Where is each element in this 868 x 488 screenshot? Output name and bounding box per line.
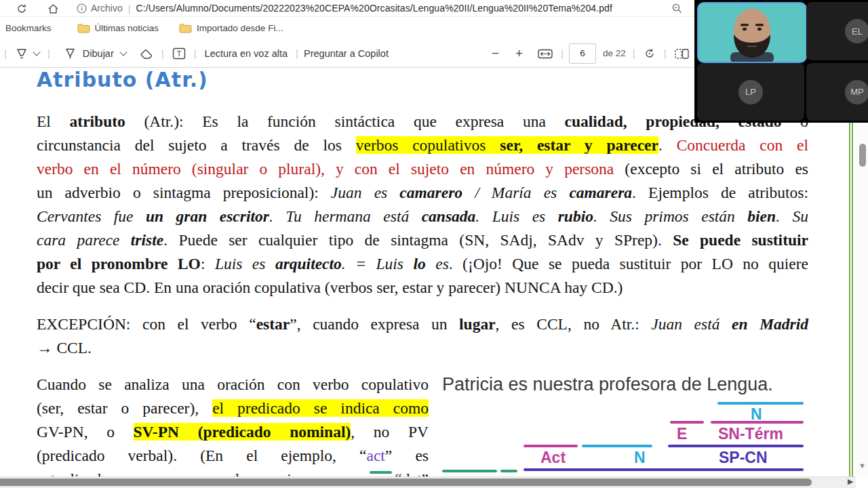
zoom-in-button[interactable]: + <box>513 45 526 61</box>
reload-icon <box>16 3 27 14</box>
svg-text:T: T <box>176 49 181 58</box>
rotate-icon <box>644 47 656 60</box>
page-title: Atributo (Atr.) <box>37 68 208 92</box>
diagram-sentence: Patricia es nuestra profesora de Lengua. <box>442 374 773 395</box>
chevron-down-icon[interactable] <box>33 48 40 56</box>
file-scheme-chip[interactable]: Archivo <box>77 3 123 14</box>
text-box-icon: T <box>172 47 186 60</box>
underline-es <box>500 470 517 472</box>
scroll-down-arrow-icon[interactable]: ▼ <box>859 462 866 470</box>
toolbar-separator: | <box>4 47 7 59</box>
video-call-overlay: EL LP MP <box>694 0 868 123</box>
text-line: EXCEPCIÓN: con el verbo “estar”, cuando … <box>37 312 808 336</box>
toolbar-separator: | <box>664 47 667 59</box>
underline-sv <box>524 468 804 471</box>
label-n-profesora: N <box>634 449 646 467</box>
magnifier-icon <box>671 3 683 14</box>
vertical-scrollbar-track[interactable] <box>856 67 868 479</box>
scroll-right-arrow-icon[interactable]: ▶ <box>848 477 853 486</box>
underline-patricia <box>442 470 497 472</box>
toolbar-separator: | <box>161 47 164 59</box>
reload-button[interactable] <box>14 1 30 16</box>
bookmark-folder-ultimas[interactable]: Últimas noticias <box>77 23 159 33</box>
underline-sp <box>668 445 804 447</box>
page-number-input[interactable] <box>569 43 596 64</box>
participant-avatar: LP <box>738 80 763 104</box>
home-button[interactable] <box>45 1 62 16</box>
draw-button[interactable] <box>61 45 79 61</box>
text-line: Cervantes fue un gran escritor. Tu herma… <box>37 205 808 228</box>
toolbar-separator: | <box>296 47 298 59</box>
draw-label[interactable]: Dibujar <box>83 48 114 59</box>
video-tile-participant[interactable]: EL <box>806 2 868 60</box>
folder-icon <box>77 23 90 33</box>
file-scheme-label: Archivo <box>91 3 123 14</box>
underline-lengua <box>717 402 804 405</box>
bookmark-label: Importado desde Fi... <box>197 23 283 33</box>
underline-nuestra <box>524 445 578 447</box>
highlighter-button[interactable] <box>12 45 31 61</box>
chevron-down-icon[interactable] <box>119 48 127 56</box>
text-line: por el pronombre LO: Luis es arquitecto.… <box>37 252 808 276</box>
page-view-button[interactable] <box>672 45 692 60</box>
underline-de <box>670 421 704 424</box>
toolbar-separator: | <box>633 47 635 59</box>
toolbar-separator: | <box>561 47 564 59</box>
label-e: E <box>677 425 687 443</box>
paragraph-excepcion: EXCEPCIÓN: con el verbo “estar”, cuando … <box>37 312 808 360</box>
underline-profesora <box>582 445 652 447</box>
label-sn-term: SN-Térm <box>718 425 783 443</box>
video-tile-participant[interactable]: LP <box>697 63 804 121</box>
label-act: Act <box>540 449 566 467</box>
page-border-line <box>849 67 850 479</box>
ask-copilot-button[interactable]: Preguntar a Copilot <box>304 48 389 59</box>
pen-icon <box>64 47 77 60</box>
text-line: (predicado verbal). (En el ejemplo, “act… <box>37 444 429 468</box>
text-line: verbo en el número (singular o plural), … <box>37 157 808 181</box>
text-line: El atributo (Atr.): Es la función sintác… <box>37 110 808 134</box>
highlighter-icon <box>15 47 28 60</box>
vertical-scrollbar-thumb[interactable] <box>859 144 866 167</box>
eraser-icon <box>140 48 153 60</box>
toolbar-separator: | <box>47 47 50 59</box>
toolbar-separator: | <box>194 47 197 59</box>
page-total-label: de 22 <box>603 48 626 58</box>
participant-avatar: EL <box>845 19 868 43</box>
page-border-line <box>852 67 853 479</box>
video-tile-active-speaker[interactable] <box>697 2 807 63</box>
eraser-button[interactable] <box>137 45 156 60</box>
text-line: circunstancia del sujeto a través de los… <box>37 134 808 157</box>
label-sp-cn: SP-CN <box>719 449 768 467</box>
participant-avatar: MP <box>845 80 868 104</box>
text-line: un adverbio o sintagma preposicional): J… <box>37 181 808 205</box>
text-line: decir que sea CD. En una oración copulat… <box>37 276 808 300</box>
horizontal-scrollbar-thumb[interactable] <box>0 479 812 486</box>
fit-width-icon <box>538 49 553 59</box>
bookmark-folder-importado[interactable]: Importado desde Fi... <box>179 23 283 33</box>
bookmark-label: Últimas noticias <box>95 23 159 33</box>
page-layout-icon <box>675 48 689 60</box>
text-line: Cuando se analiza una oración con verbo … <box>37 373 429 396</box>
fit-width-button[interactable] <box>535 46 555 60</box>
paragraph-atributo: El atributo (Atr.): Es la función sintác… <box>37 110 808 300</box>
diagram-underline-stray <box>370 471 392 474</box>
zoom-out-button[interactable]: − <box>489 45 502 61</box>
speaker-video-feed <box>698 3 806 62</box>
read-aloud-button[interactable]: Lectura en voz alta <box>205 48 288 59</box>
text-line: (ser, estar o parecer), el predicado se … <box>37 396 429 420</box>
text-line: cara parece triste. Puede ser cualquier … <box>37 228 808 252</box>
video-tile-participant[interactable]: MP <box>806 63 868 121</box>
address-url[interactable]: C:/Users/Alumno/Documents/20222023%20CEP… <box>136 3 612 14</box>
text-line: → CCL. <box>37 336 808 360</box>
info-icon <box>77 3 87 14</box>
bookmarks-bar-label: Bookmarks <box>5 23 52 33</box>
zoom-page-button[interactable] <box>671 2 683 14</box>
address-separator: | <box>128 3 131 14</box>
add-text-button[interactable]: T <box>170 45 189 61</box>
syntax-diagram: Patricia es nuestra profesora de Lengua.… <box>442 371 807 480</box>
rotate-button[interactable] <box>641 45 658 61</box>
text-line: GV-PN, o SV-PN (predicado nominal), no P… <box>37 420 429 444</box>
folder-icon <box>179 23 192 33</box>
home-icon <box>47 3 59 14</box>
underline-n-lengua <box>711 421 804 424</box>
